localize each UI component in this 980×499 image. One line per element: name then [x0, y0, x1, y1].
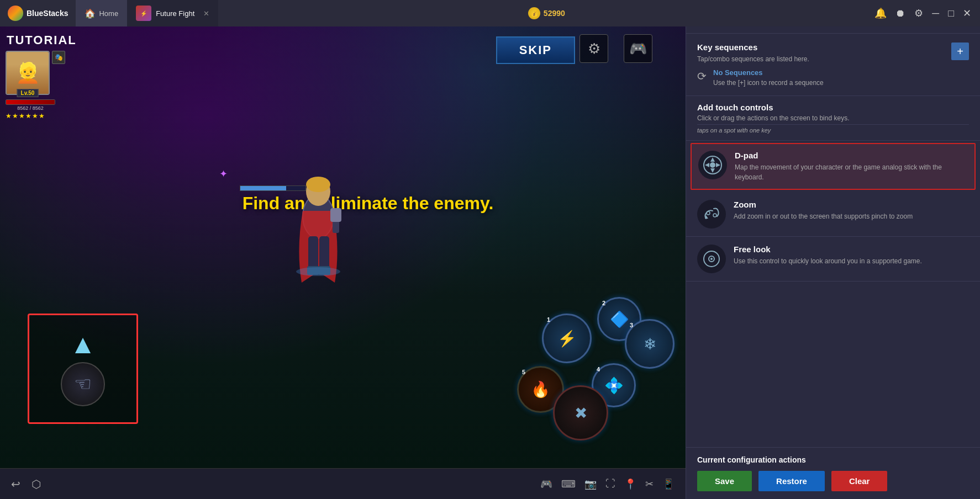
- skill-button-3[interactable]: 3 ❄: [625, 319, 675, 369]
- key-sequences-section: Key sequences Tap/combo sequences are li…: [686, 34, 980, 96]
- dpad-control-item[interactable]: D-pad Map the movement of your character…: [691, 143, 976, 190]
- game-controller-icon[interactable]: 🎮: [624, 34, 652, 63]
- sequence-icon: ⟳: [697, 70, 707, 83]
- camera-icon[interactable]: 📷: [584, 478, 597, 490]
- svg-marker-14: [705, 163, 709, 167]
- freelook-info: Free look Use this control to quickly lo…: [734, 245, 969, 266]
- health-text: 8562 / 8562: [6, 105, 55, 111]
- home-label: Home: [99, 9, 118, 18]
- skill-3-icon: ❄: [644, 335, 656, 353]
- game-tab[interactable]: ⚡ Future Fight ✕: [127, 0, 218, 26]
- dpad-overlay[interactable]: ▲ ☜: [28, 314, 138, 424]
- bluestacks-name: BlueStacks: [27, 9, 68, 18]
- right-panel: Advanced game controls ✕ Key sequences T…: [686, 0, 980, 499]
- player-small-avatar: 🎭: [52, 51, 65, 64]
- clear-button[interactable]: Clear: [831, 471, 888, 491]
- skill-5-label: 5: [522, 369, 525, 375]
- zoom-description: Add zoom in or out to the screen that su…: [734, 211, 969, 221]
- coin-icon: 💰: [528, 7, 540, 19]
- dpad-up-arrow: ▲: [70, 331, 96, 358]
- home-icon: 🏠: [85, 8, 96, 19]
- svg-marker-13: [710, 168, 715, 173]
- record-icon[interactable]: ⏺: [895, 8, 905, 19]
- title-bar-center: 💰 52990: [218, 7, 874, 19]
- gamepad-icon[interactable]: 🎮: [540, 478, 552, 490]
- save-button[interactable]: Save: [697, 471, 752, 491]
- close-icon[interactable]: ✕: [963, 7, 971, 19]
- restore-button[interactable]: Restore: [758, 471, 825, 491]
- touch-controls-title: Add touch controls: [697, 103, 969, 112]
- bell-icon[interactable]: 🔔: [874, 7, 887, 19]
- sequence-text-wrap: No Sequences Use the [+] icon to record …: [713, 68, 824, 87]
- game-title: Future Fight: [156, 9, 194, 18]
- minimize-icon[interactable]: ─: [932, 8, 939, 19]
- settings-gear-button[interactable]: ⚙: [579, 34, 608, 63]
- svg-point-17: [713, 214, 716, 217]
- home-tab[interactable]: 🏠 Home: [76, 0, 127, 26]
- svg-rect-4: [319, 236, 329, 269]
- config-section: Current configuration actions Save Resto…: [686, 447, 980, 499]
- freelook-control-item[interactable]: Free look Use this control to quickly lo…: [686, 237, 980, 282]
- bottom-taskbar: ↩ ⬡ 🎮 ⌨ 📷 ⛶ 📍 ✂ 📱: [0, 468, 686, 499]
- add-sequence-button[interactable]: +: [951, 43, 969, 60]
- svg-point-9: [296, 267, 340, 276]
- no-sequences-label[interactable]: No Sequences: [713, 68, 824, 77]
- skill-4-label: 4: [597, 366, 600, 373]
- freelook-name: Free look: [734, 245, 969, 254]
- dpad-info: D-pad Map the movement of your character…: [735, 151, 968, 182]
- skill-2-icon: 🔷: [610, 310, 629, 328]
- bluestacks-logo[interactable]: BlueStacks: [0, 6, 76, 21]
- player-card: 👱 🎭 Lv.50 8562 / 8562 ★★★★★★: [6, 51, 55, 120]
- key-sequences-title: Key sequences: [697, 43, 809, 52]
- player-avatar: 👱: [6, 51, 50, 95]
- zoom-icon: [702, 204, 721, 224]
- back-icon[interactable]: ↩: [11, 477, 20, 491]
- player-level-badge: Lv.50: [17, 89, 39, 97]
- tutorial-label: TUTORIAL: [7, 33, 77, 47]
- svg-point-20: [710, 258, 713, 260]
- keyboard-icon[interactable]: ⌨: [561, 478, 576, 490]
- home-button-icon[interactable]: ⬡: [31, 477, 41, 491]
- skill-1-label: 1: [547, 316, 550, 323]
- dpad-inner: ▲ ☜: [61, 331, 105, 406]
- skill-button-1[interactable]: 1 ⚡: [542, 314, 592, 363]
- character-thor: [274, 150, 362, 305]
- zoom-control-item[interactable]: Zoom Add zoom in or out to the screen th…: [686, 192, 980, 237]
- skill-2-label: 2: [602, 300, 605, 306]
- dpad-name: D-pad: [735, 151, 968, 160]
- skip-button[interactable]: SKIP: [496, 36, 575, 64]
- skill-1-icon: ⚡: [557, 330, 577, 348]
- scissor-icon[interactable]: ✂: [645, 478, 654, 490]
- game-tab-close-icon[interactable]: ✕: [203, 9, 209, 18]
- maximize-icon[interactable]: □: [948, 8, 954, 19]
- bottom-left-controls: ↩ ⬡: [11, 477, 41, 491]
- no-sequences-row: ⟳ No Sequences Use the [+] icon to recor…: [697, 68, 969, 87]
- player-stars: ★★★★★★: [6, 112, 45, 120]
- settings-icon[interactable]: ⚙: [914, 7, 923, 19]
- svg-point-2: [306, 177, 330, 192]
- coin-display: 💰 52990: [528, 7, 565, 19]
- svg-point-16: [707, 211, 710, 215]
- dpad-hand: ☜: [61, 362, 105, 406]
- location-icon[interactable]: 📍: [624, 478, 636, 490]
- svg-marker-12: [710, 157, 715, 162]
- health-bar-fill: [6, 100, 55, 104]
- fullscreen-icon[interactable]: ⛶: [605, 478, 615, 490]
- skill-button-x[interactable]: ✖: [553, 385, 608, 440]
- freelook-description: Use this control to quickly look around …: [734, 256, 969, 266]
- player-health-bar: 8562 / 8562: [6, 99, 55, 111]
- health-bar-background: [6, 99, 55, 105]
- skill-5-icon: 🔥: [531, 380, 550, 399]
- phone-icon[interactable]: 📱: [662, 478, 675, 490]
- key-sequences-info: Key sequences Tap/combo sequences are li…: [697, 43, 809, 68]
- game-tab-icon: ⚡: [136, 6, 151, 21]
- dpad-description: Map the movement of your character or th…: [735, 162, 968, 182]
- sequence-hint: Use the [+] icon to record a sequence: [713, 79, 824, 87]
- svg-rect-8: [330, 208, 341, 222]
- dpad-icon-wrap: [698, 151, 727, 179]
- coin-amount: 52990: [544, 9, 565, 18]
- game-area: TUTORIAL 👱 🎭 Lv.50 8562 / 8562 ★★★★★★ ✦ …: [0, 26, 686, 468]
- touch-controls-section: Add touch controls Click or drag the act…: [686, 96, 980, 141]
- skill-3-label: 3: [630, 322, 633, 328]
- title-bar-left: BlueStacks 🏠 Home ⚡ Future Fight ✕: [0, 0, 218, 26]
